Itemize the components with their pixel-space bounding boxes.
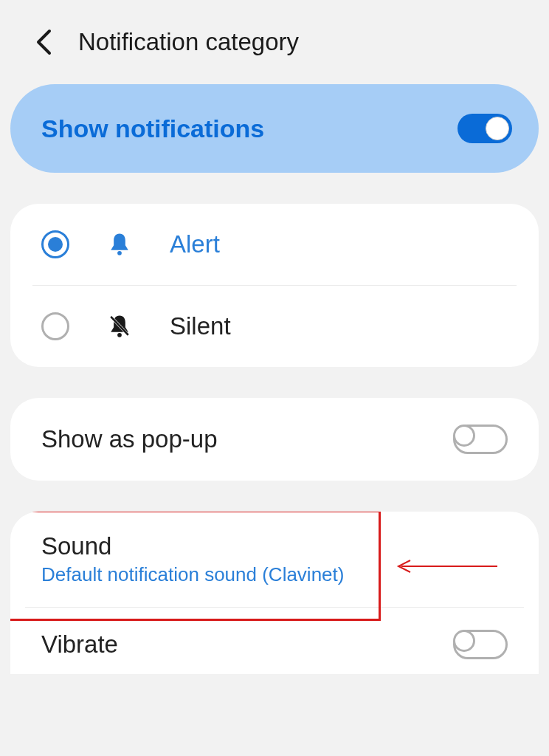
show-notifications-row[interactable]: Show notifications [10, 84, 539, 173]
popup-label: Show as pop-up [41, 425, 218, 453]
mode-option-silent-label: Silent [170, 312, 231, 340]
radio-selected-icon [41, 230, 69, 258]
popup-card: Show as pop-up [10, 398, 539, 481]
header: Notification category [0, 0, 549, 84]
sound-card: Sound Default notification sound (Clavin… [10, 512, 539, 674]
vibrate-label: Vibrate [41, 630, 118, 659]
svg-point-0 [117, 251, 122, 255]
vibrate-toggle[interactable] [453, 630, 508, 659]
radio-unselected-icon [41, 312, 69, 340]
page-title: Notification category [78, 28, 299, 56]
svg-point-1 [117, 333, 122, 337]
bell-icon [106, 232, 133, 257]
popup-row[interactable]: Show as pop-up [10, 398, 539, 481]
show-notifications-label: Show notifications [41, 114, 264, 143]
mode-option-alert-label: Alert [170, 230, 220, 258]
mode-option-silent[interactable]: Silent [32, 285, 517, 367]
mode-card: Alert Silent [10, 204, 539, 367]
vibrate-row[interactable]: Vibrate [25, 607, 524, 674]
bell-off-icon [106, 314, 133, 339]
sound-label: Sound [41, 532, 508, 560]
mode-option-alert[interactable]: Alert [10, 204, 539, 285]
back-icon[interactable] [35, 29, 52, 55]
sound-value: Default notification sound (Clavinet) [41, 563, 508, 586]
sound-row[interactable]: Sound Default notification sound (Clavin… [10, 512, 539, 607]
show-notifications-toggle[interactable] [458, 114, 512, 143]
popup-toggle[interactable] [453, 425, 508, 454]
